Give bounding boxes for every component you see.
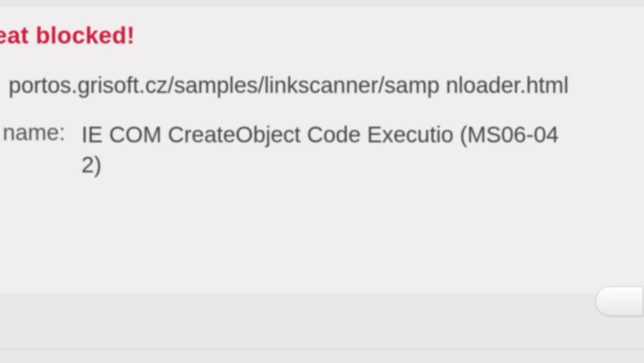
threat-name-row: reat name: IE COM CreateObject Code Exec…: [0, 120, 627, 180]
url-row: L: portos.grisoft.cz/samples/linkscanner…: [0, 70, 627, 101]
dialog-action-button[interactable]: [595, 286, 643, 316]
url-value: portos.grisoft.cz/samples/linkscanner/sa…: [9, 70, 568, 101]
alert-title: reat blocked!: [0, 22, 627, 49]
threat-name-label: reat name:: [0, 120, 65, 146]
dialog-footer: [0, 295, 644, 349]
threat-alert-dialog: reat blocked! L: portos.grisoft.cz/sampl…: [0, 5, 644, 349]
threat-name-value: IE COM CreateObject Code Executio (MS06-…: [82, 120, 565, 180]
